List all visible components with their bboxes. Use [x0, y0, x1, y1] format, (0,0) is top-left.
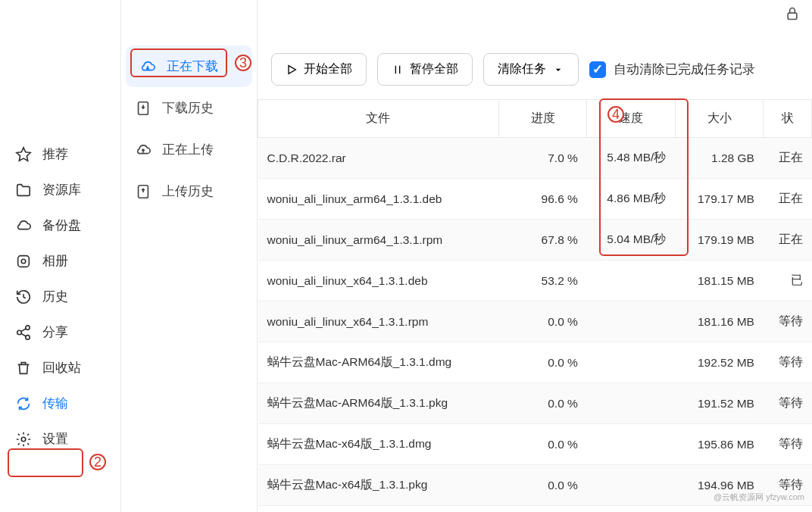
cell-status: 等待	[764, 301, 812, 342]
table-row[interactable]: 蜗牛云盘Mac-ARM64版_1.3.1.pkg 0.0 % 191.52 MB…	[258, 383, 812, 424]
share-icon	[15, 324, 32, 341]
col-size[interactable]: 大小	[675, 100, 764, 138]
lock-icon[interactable]	[785, 6, 800, 21]
subnav-label: 正在上传	[162, 141, 214, 158]
cell-size: 1.28 GB	[675, 138, 764, 179]
nav-transfer[interactable]: 传输	[0, 386, 120, 421]
nav-label: 资源库	[42, 181, 81, 198]
table-row[interactable]: woniu_ali_linux_x64_1.3.1.rpm 0.0 % 181.…	[258, 301, 812, 342]
cell-speed	[587, 383, 676, 424]
subnav-download-history[interactable]: 下载历史	[121, 87, 257, 129]
nav-backup[interactable]: 备份盘	[0, 208, 120, 243]
download-history-icon	[135, 100, 151, 117]
table-row[interactable]: 蜗牛云盘Mac-x64版_1.3.1.dmg 0.0 % 195.86 MB 等…	[258, 424, 812, 465]
star-icon	[15, 146, 32, 163]
cell-status: 正在	[764, 220, 812, 261]
btn-label: 清除任务	[498, 61, 546, 77]
cell-progress: 0.0 %	[498, 424, 587, 465]
nav-label: 分享	[42, 323, 68, 341]
nav-recycle[interactable]: 回收站	[0, 350, 120, 386]
chevron-down-icon	[552, 64, 564, 76]
cell-speed	[587, 465, 676, 506]
cell-progress: 96.6 %	[498, 179, 587, 220]
subnav-label: 正在下载	[167, 58, 218, 75]
col-speed[interactable]: 速度	[587, 100, 676, 138]
cell-progress: 67.8 %	[498, 220, 587, 261]
subnav-downloading[interactable]: 正在下载	[126, 45, 252, 87]
cloud-upload-icon	[135, 142, 151, 158]
cell-size: 195.86 MB	[675, 424, 764, 465]
cloud-icon	[15, 217, 32, 234]
cell-progress: 0.0 %	[498, 383, 587, 424]
checkbox-checked-icon: ✓	[589, 61, 606, 78]
svg-rect-1	[18, 255, 30, 267]
svg-point-2	[21, 259, 26, 264]
col-status[interactable]: 状	[764, 100, 812, 138]
nav-label: 设置	[42, 430, 68, 448]
cell-speed	[587, 342, 676, 383]
album-icon	[15, 253, 32, 270]
nav-label: 回收站	[42, 359, 81, 376]
nav-recommend[interactable]: 推荐	[0, 136, 120, 172]
table-row[interactable]: C.D.R.2022.rar 7.0 % 5.48 MB/秒 1.28 GB 正…	[258, 138, 812, 179]
folder-icon	[15, 182, 32, 198]
nav-album[interactable]: 相册	[0, 243, 120, 279]
btn-label: 暂停全部	[410, 61, 458, 77]
nav-settings[interactable]: 设置	[0, 421, 120, 457]
nav-history[interactable]: 历史	[0, 279, 120, 314]
cell-status: 正在	[764, 138, 812, 179]
sidebar-main: 推荐 资源库 备份盘 相册 历史 分享 回收站 传输	[0, 0, 121, 512]
cell-speed: 4.86 MB/秒	[587, 179, 676, 220]
history-icon	[15, 289, 32, 305]
cell-status: 已	[764, 261, 812, 301]
sidebar-sub: 正在下载 下载历史 正在上传 上传历史	[121, 0, 258, 512]
cell-size: 191.52 MB	[675, 383, 764, 424]
clear-tasks-button[interactable]: 清除任务	[483, 53, 579, 86]
nav-share[interactable]: 分享	[0, 314, 120, 350]
svg-point-6	[21, 437, 26, 442]
cell-file: C.D.R.2022.rar	[258, 138, 499, 179]
toolbar: 开始全部 暂停全部 清除任务 ✓ 自动清除已完成任务记录	[258, 45, 812, 99]
cell-file: 蜗牛云盘Mac-x64版_1.3.1.pkg	[258, 465, 499, 506]
cell-speed	[587, 301, 676, 342]
pause-all-button[interactable]: 暂停全部	[377, 53, 473, 86]
transfer-icon	[15, 395, 32, 412]
table-row[interactable]: woniu_ali_linux_arm64_1.3.1.deb 96.6 % 4…	[258, 179, 812, 220]
cloud-download-icon	[139, 58, 156, 75]
cell-file: woniu_ali_linux_x64_1.3.1.rpm	[258, 301, 499, 342]
nav-label: 相册	[42, 252, 68, 270]
svg-rect-0	[788, 13, 797, 19]
pause-icon	[392, 64, 404, 76]
cell-file: woniu_ali_linux_x64_1.3.1.deb	[258, 261, 499, 301]
cell-file: 蜗牛云盘Mac-ARM64版_1.3.1.dmg	[258, 342, 499, 383]
cell-progress: 7.0 %	[498, 138, 587, 179]
table-row[interactable]: woniu_ali_linux_arm64_1.3.1.rpm 67.8 % 5…	[258, 220, 812, 261]
svg-point-4	[17, 330, 22, 335]
cell-speed	[587, 261, 676, 301]
cell-progress: 53.2 %	[498, 261, 587, 301]
cell-size: 181.16 MB	[675, 301, 764, 342]
play-icon	[286, 64, 298, 76]
cell-status: 正在	[764, 179, 812, 220]
cell-file: 蜗牛云盘Mac-x64版_1.3.1.dmg	[258, 424, 499, 465]
table-row[interactable]: woniu_ali_linux_x64_1.3.1.deb 53.2 % 181…	[258, 261, 812, 301]
svg-point-5	[26, 335, 30, 339]
cell-speed: 5.48 MB/秒	[587, 138, 676, 179]
watermark: @云帆资源网 yfzyw.com	[714, 492, 804, 503]
cell-speed	[587, 424, 676, 465]
table-row[interactable]: 蜗牛云盘Mac-ARM64版_1.3.1.dmg 0.0 % 192.52 MB…	[258, 342, 812, 383]
svg-point-3	[26, 325, 30, 329]
subnav-uploading[interactable]: 正在上传	[121, 129, 257, 170]
subnav-label: 上传历史	[162, 183, 214, 200]
auto-clear-toggle[interactable]: ✓ 自动清除已完成任务记录	[589, 61, 755, 78]
start-all-button[interactable]: 开始全部	[271, 53, 367, 86]
download-table: 文件 进度 速度 大小 状 C.D.R.2022.rar 7.0 % 5.48 …	[258, 99, 812, 506]
col-progress[interactable]: 进度	[498, 100, 587, 138]
nav-label: 备份盘	[42, 217, 81, 234]
nav-label: 传输	[42, 395, 68, 412]
col-file[interactable]: 文件	[258, 100, 499, 138]
trash-icon	[15, 360, 32, 376]
nav-resource[interactable]: 资源库	[0, 172, 120, 208]
subnav-upload-history[interactable]: 上传历史	[121, 170, 257, 212]
cell-size: 181.15 MB	[675, 261, 764, 301]
